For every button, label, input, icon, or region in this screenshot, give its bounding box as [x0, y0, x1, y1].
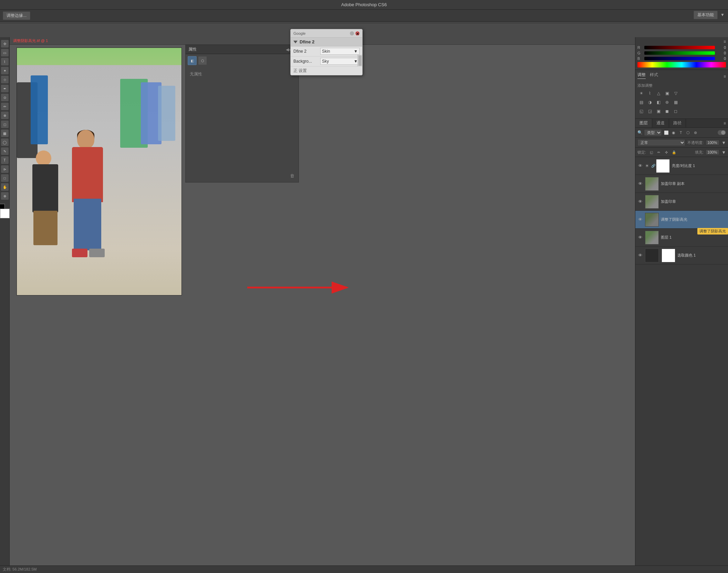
figure-body: [72, 147, 103, 202]
tool-spot-heal[interactable]: ⊙: [1, 94, 9, 101]
workspace-select[interactable]: 基本功能: [694, 11, 718, 19]
adj-channelmix-icon[interactable]: ⊛: [663, 98, 671, 106]
workspace-expand-icon[interactable]: ▼: [720, 12, 725, 17]
adj-curves-icon[interactable]: ⌇: [646, 90, 654, 97]
color-r-slider[interactable]: [644, 46, 715, 49]
tool-lasso[interactable]: ⌇: [1, 58, 9, 65]
layers-spacer: [635, 264, 728, 569]
tool-shape[interactable]: □: [1, 174, 9, 182]
dfine-scrollbar[interactable]: [357, 55, 362, 66]
tool-dodge[interactable]: ◯: [1, 138, 9, 146]
adjust-edge-button[interactable]: 调整边缘...: [3, 11, 30, 20]
layer-item-selective[interactable]: 👁 选取颜色 1: [635, 247, 728, 264]
layer-thumb-selective: [645, 249, 659, 262]
tool-eraser[interactable]: ◻: [1, 121, 9, 128]
layer-item-merge-copy[interactable]: 👁 加盖印章 副本: [635, 175, 728, 193]
layer-eye-layer1[interactable]: 👁: [637, 235, 644, 240]
adj-tab-styles[interactable]: 样式: [650, 72, 658, 79]
layers-tab-layers[interactable]: 图层: [635, 119, 652, 127]
tool-brush[interactable]: ✏: [1, 103, 9, 110]
adj-icons-row-3: ◱ ◲ ▣ ◼ ◻: [637, 107, 726, 115]
color-b-value: 0: [716, 56, 726, 61]
tool-pen[interactable]: ✎: [1, 147, 9, 155]
app-title: Adobe Photoshop CS6: [341, 2, 387, 7]
color-g-slider[interactable]: [644, 51, 715, 55]
adj-tab-adjustments[interactable]: 调整: [637, 72, 646, 79]
tool-crop[interactable]: ⊹: [1, 76, 9, 83]
layers-mode-select[interactable]: 正常: [637, 139, 685, 146]
adj-exposure-icon[interactable]: △: [655, 90, 662, 97]
tool-path-select[interactable]: ⊳: [1, 165, 9, 173]
dfine-row-2-value-text: Sky: [322, 59, 329, 64]
adj-invert-icon[interactable]: ◱: [637, 107, 645, 115]
dfine-close-btn[interactable]: ✕: [355, 31, 360, 35]
bg-person-2: [31, 75, 48, 144]
opacity-input[interactable]: [706, 140, 719, 145]
adj-panel-menu-icon[interactable]: ≡: [724, 74, 726, 79]
filter-pixel-icon[interactable]: ⬜: [663, 129, 669, 136]
filter-shape-icon[interactable]: ⬡: [685, 129, 691, 136]
opacity-dropdown-icon[interactable]: ▼: [721, 140, 726, 145]
adj-threshold-icon[interactable]: ▣: [655, 107, 662, 115]
color-b-slider[interactable]: [644, 57, 715, 60]
tool-magic-wand[interactable]: ✦: [1, 67, 9, 74]
tool-hand[interactable]: ✋: [1, 183, 9, 191]
dfine-minimize-btn[interactable]: [350, 31, 354, 35]
adj-vibrance-icon[interactable]: ▣: [663, 90, 671, 97]
filter-smart-icon[interactable]: ⊛: [692, 129, 698, 136]
tool-clone[interactable]: ⊕: [1, 112, 9, 119]
layer-item-merge[interactable]: 👁 加盖印章: [635, 193, 728, 211]
adjustments-panel-header: 调整 样式 ≡: [637, 72, 726, 81]
tool-text[interactable]: T: [1, 156, 9, 164]
layers-type-select[interactable]: 类型: [644, 129, 662, 136]
properties-mask-btn[interactable]: ◧: [188, 56, 197, 65]
properties-vector-btn[interactable]: ⬡: [198, 56, 207, 65]
tool-move[interactable]: ✣: [1, 40, 9, 48]
adj-photofilter-icon[interactable]: ◧: [655, 98, 662, 106]
adj-bw-icon[interactable]: ◑: [646, 98, 654, 106]
lock-label: 锁定:: [637, 150, 646, 155]
filter-adjustment-icon[interactable]: ◉: [670, 129, 677, 136]
dfine-title: Dfine 2: [300, 39, 314, 44]
layer-eye-shadow[interactable]: 👁: [637, 217, 644, 222]
adj-brightness-icon[interactable]: ☀: [637, 90, 645, 97]
properties-header: 属性 ◀◀ ≡: [186, 45, 299, 54]
layer-item-brightness[interactable]: 👁 ☀ 🔗 亮度/对比度 1: [635, 157, 728, 175]
filter-toggle[interactable]: [718, 130, 726, 135]
fill-dropdown-icon[interactable]: ▼: [721, 150, 726, 155]
tool-zoom[interactable]: ⊕: [1, 192, 9, 200]
color-panel: ≡ R 0 G 0 B: [635, 37, 728, 70]
dfine-row-1-value[interactable]: Skin ▼: [320, 48, 360, 55]
lock-move-icon[interactable]: ✣: [663, 149, 669, 155]
adj-colormatch-icon[interactable]: ▦: [672, 98, 679, 106]
layer-eye-merge[interactable]: 👁: [637, 199, 644, 204]
background-color[interactable]: [0, 209, 10, 218]
adj-selectivecolor-icon[interactable]: ◻: [672, 107, 679, 115]
tool-gradient[interactable]: ▦: [1, 129, 9, 137]
layers-panel-menu-icon[interactable]: ≡: [721, 121, 728, 126]
lock-all-icon[interactable]: 🔒: [671, 149, 677, 155]
tool-eyedropper[interactable]: ✒: [1, 85, 9, 92]
lock-transparent-icon[interactable]: ◱: [648, 149, 654, 155]
color-spectrum[interactable]: [637, 62, 726, 67]
filter-text-icon[interactable]: T: [678, 129, 684, 136]
adj-hsl-icon[interactable]: ▽: [672, 90, 679, 97]
figure-head: [77, 130, 94, 149]
layers-tab-paths[interactable]: 路径: [669, 119, 686, 127]
adj-colorbalance-icon[interactable]: ▤: [637, 98, 645, 106]
color-panel-menu-icon[interactable]: ≡: [724, 39, 726, 44]
tool-select-rect[interactable]: ▭: [1, 49, 9, 56]
properties-icon-bar: ◧ ⬡: [186, 54, 299, 67]
adj-gradientmap-icon[interactable]: ◼: [663, 107, 671, 115]
layer-eye-selective[interactable]: 👁: [637, 253, 644, 258]
properties-trash-icon[interactable]: 🗑: [288, 172, 296, 179]
layer-eye-brightness[interactable]: 👁: [637, 163, 644, 168]
layer-eye-merge-copy[interactable]: 👁: [637, 181, 644, 186]
lock-paint-icon[interactable]: ✏: [656, 149, 662, 155]
layers-tab-channels[interactable]: 通道: [652, 119, 669, 127]
layer-item-shadow[interactable]: 👁 调整了阴影高光 调整了阴影高光: [635, 211, 728, 229]
bg-person-5: [158, 86, 175, 141]
adj-posterize-icon[interactable]: ◲: [646, 107, 654, 115]
dfine-row-2-value[interactable]: Sky ▼: [320, 58, 360, 65]
fill-input[interactable]: [706, 149, 719, 155]
